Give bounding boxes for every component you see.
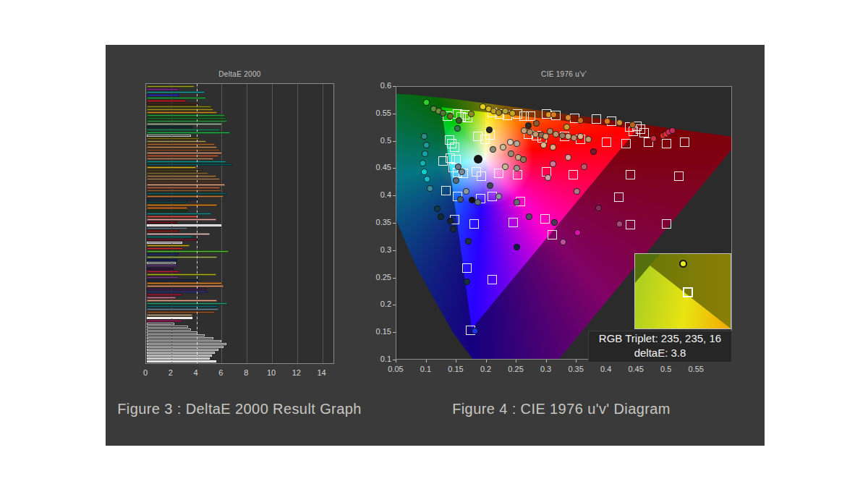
gridline (323, 84, 323, 363)
reference-point[interactable] (540, 214, 550, 224)
measured-point[interactable] (423, 142, 430, 148)
measured-point[interactable] (420, 160, 426, 166)
reference-point[interactable] (477, 171, 486, 181)
reference-point[interactable] (526, 111, 535, 121)
tooltip-rgb-triplet: RGB Triplet: 235, 235, 16 (589, 331, 731, 346)
reference-point[interactable] (513, 170, 522, 179)
measured-point[interactable] (577, 117, 584, 124)
measured-point[interactable] (421, 169, 427, 175)
measured-point[interactable] (565, 154, 571, 161)
bar (147, 161, 226, 163)
reference-point[interactable] (602, 137, 611, 147)
measured-point[interactable] (551, 219, 558, 226)
y-tick-label: 0.3 (361, 245, 391, 254)
measured-point[interactable] (450, 226, 456, 232)
reference-point[interactable] (548, 230, 557, 239)
inset-measured-dot (679, 260, 687, 268)
measured-point[interactable] (472, 328, 478, 334)
bar (147, 282, 222, 284)
measured-point[interactable] (421, 133, 427, 140)
x-tick (426, 360, 427, 362)
y-tick (393, 86, 396, 87)
reference-point[interactable] (488, 275, 497, 284)
measured-point[interactable] (468, 111, 475, 117)
measured-point[interactable] (422, 150, 428, 157)
bar (147, 126, 192, 128)
measured-point[interactable] (590, 148, 597, 155)
measured-point[interactable] (514, 244, 520, 250)
reference-point[interactable] (621, 139, 631, 148)
reference-point[interactable] (469, 219, 479, 229)
measured-point[interactable] (520, 156, 527, 163)
measured-point[interactable] (447, 218, 454, 224)
reference-point[interactable] (614, 192, 624, 202)
reference-point[interactable] (680, 137, 689, 147)
measured-point[interactable] (553, 131, 559, 137)
reference-point[interactable] (494, 169, 503, 178)
y-tick-label: 0.1 (361, 355, 391, 363)
reference-point[interactable] (674, 171, 684, 181)
measured-point[interactable] (434, 205, 441, 212)
measured-point[interactable] (616, 119, 623, 126)
measured-point[interactable] (440, 110, 446, 116)
measured-point[interactable] (502, 108, 509, 114)
y-tick-label: 0.2 (361, 300, 391, 308)
measured-point[interactable] (595, 205, 602, 211)
reference-point[interactable] (462, 263, 472, 273)
measured-point[interactable] (574, 229, 581, 236)
reference-point[interactable] (626, 170, 635, 179)
bar (147, 326, 188, 328)
measured-point[interactable] (565, 114, 571, 121)
measured-point[interactable] (423, 99, 430, 106)
bar (147, 346, 224, 348)
measured-point[interactable] (616, 221, 623, 227)
measured-point[interactable] (456, 117, 462, 124)
bar (147, 259, 177, 261)
reference-point[interactable] (662, 219, 671, 229)
measured-point[interactable] (453, 177, 459, 184)
measured-point[interactable] (502, 164, 509, 170)
bar (147, 242, 182, 244)
reference-point[interactable] (626, 220, 635, 229)
x-tick (576, 360, 576, 362)
x-tick-label: 0.1 (413, 365, 439, 373)
bar (147, 120, 227, 122)
measured-point[interactable] (509, 110, 516, 116)
bar (147, 227, 187, 229)
bar (147, 343, 226, 345)
measured-point[interactable] (474, 155, 482, 164)
reference-point[interactable] (441, 186, 451, 195)
measured-point[interactable] (604, 118, 610, 124)
reference-point[interactable] (592, 114, 601, 124)
figure3-caption: Figure 3 : DeltaE 2000 Result Graph (73, 401, 406, 417)
y-tick (393, 332, 396, 333)
bar (147, 164, 232, 166)
reference-point[interactable] (639, 128, 649, 137)
tooltip-deltae: deltaE: 3.8 (589, 346, 731, 360)
bar (147, 233, 210, 235)
x-tick-label: 0.5 (653, 365, 679, 373)
bar (147, 158, 213, 160)
bar (147, 149, 220, 151)
bar (147, 331, 197, 334)
x-tick-label: 6 (212, 368, 229, 377)
measured-point[interactable] (545, 174, 551, 181)
x-tick-label: 8 (237, 368, 255, 377)
measured-point[interactable] (457, 196, 464, 203)
bar (147, 230, 179, 232)
measured-point[interactable] (540, 142, 547, 148)
measured-point[interactable] (669, 127, 676, 134)
bar (147, 155, 218, 157)
reference-point[interactable] (509, 218, 518, 227)
measured-point[interactable] (574, 188, 580, 195)
measured-point[interactable] (464, 279, 470, 285)
bar (147, 152, 222, 154)
x-tick-label: 0.45 (623, 365, 649, 373)
reference-point[interactable] (662, 139, 671, 148)
reference-point[interactable] (450, 143, 459, 152)
measured-point[interactable] (490, 146, 496, 153)
reference-point[interactable] (569, 170, 578, 179)
bar (147, 349, 218, 351)
y-tick (393, 305, 396, 305)
measured-point[interactable] (463, 188, 469, 195)
